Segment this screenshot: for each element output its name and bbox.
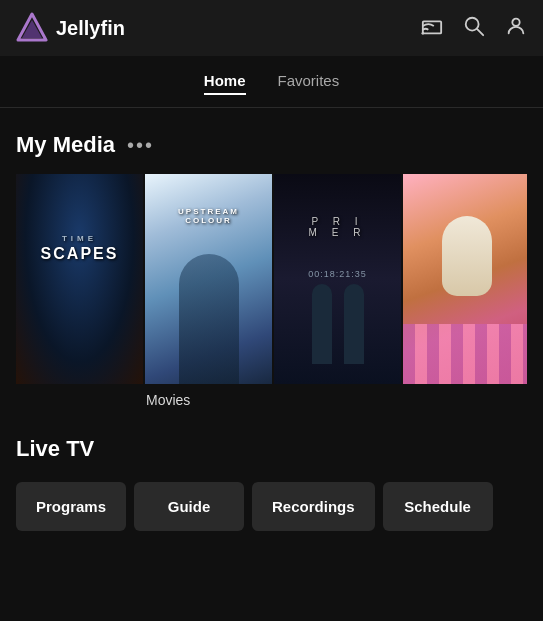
user-icon[interactable] [505,15,527,42]
header-icons [421,15,527,42]
logo-area[interactable]: Jellyfin [16,12,125,44]
tab-home[interactable]: Home [204,68,246,95]
recordings-button[interactable]: Recordings [252,482,375,531]
search-icon[interactable] [463,15,485,42]
media-item-upstream-colour[interactable]: UPSTREAMCOLOUR [145,174,272,384]
cast-icon[interactable] [421,15,443,42]
app-name: Jellyfin [56,17,125,40]
media-item-primer[interactable]: P R I M E R 00:18:21:35 [274,174,401,384]
live-tv-buttons: Programs Guide Recordings Schedule [16,482,527,531]
live-tv-title: Live TV [16,436,527,462]
guide-button[interactable]: Guide [134,482,244,531]
media-item-timescapes[interactable]: TIME SCAPES TIME SCAPES [16,174,143,384]
my-media-section: My Media ••• TIME SCAPES TIME SCAPES [0,108,543,408]
my-media-header: My Media ••• [16,132,527,158]
my-media-more-button[interactable]: ••• [127,134,154,157]
nav-tabs: Home Favorites [0,56,543,108]
media-carousel: TIME SCAPES TIME SCAPES UPSTREAMCOLOUR [16,174,527,384]
schedule-button[interactable]: Schedule [383,482,493,531]
tab-favorites[interactable]: Favorites [278,68,340,95]
my-media-title: My Media [16,132,115,158]
media-label: Movies [16,384,527,408]
jellyfin-logo-icon [16,12,48,44]
svg-rect-2 [423,21,441,33]
svg-line-5 [477,29,483,35]
programs-button[interactable]: Programs [16,482,126,531]
live-tv-section: Live TV Programs Guide Recordings Schedu… [0,408,543,531]
media-item-vaporwave[interactable] [403,174,527,384]
svg-point-3 [421,31,424,34]
app-header: Jellyfin [0,0,543,56]
svg-point-6 [512,18,519,25]
